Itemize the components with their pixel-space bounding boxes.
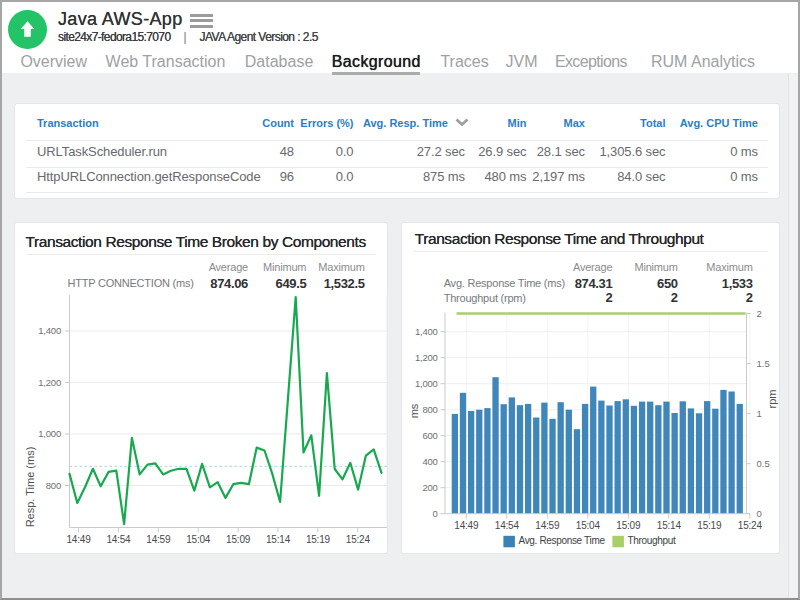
svg-text:2: 2 [757, 308, 762, 319]
svg-text:0: 0 [757, 508, 762, 519]
svg-text:1: 1 [757, 408, 762, 419]
svg-text:rpm: rpm [766, 390, 778, 409]
svg-text:15:09: 15:09 [616, 520, 641, 531]
svg-text:15:24: 15:24 [346, 534, 371, 545]
svg-text:0.5: 0.5 [757, 458, 770, 469]
svg-text:15:14: 15:14 [266, 534, 291, 545]
svg-text:15:04: 15:04 [186, 534, 211, 545]
svg-text:14:49: 14:49 [66, 534, 91, 545]
svg-text:ms: ms [408, 403, 420, 418]
svg-text:1,200: 1,200 [38, 377, 61, 388]
svg-text:15:19: 15:19 [697, 520, 722, 531]
svg-text:1,000: 1,000 [415, 378, 438, 389]
svg-text:15:19: 15:19 [306, 534, 331, 545]
svg-text:1,400: 1,400 [38, 325, 61, 336]
svg-text:Resp. Time (ms): Resp. Time (ms) [24, 447, 36, 528]
svg-text:14:59: 14:59 [535, 520, 560, 531]
svg-text:800: 800 [46, 480, 61, 491]
svg-text:1,000: 1,000 [38, 428, 61, 439]
svg-text:1.5: 1.5 [757, 358, 770, 369]
svg-text:1,400: 1,400 [415, 326, 438, 337]
svg-text:15:14: 15:14 [657, 520, 682, 531]
svg-text:400: 400 [422, 456, 437, 467]
svg-text:200: 200 [422, 482, 437, 493]
svg-text:14:54: 14:54 [495, 520, 520, 531]
svg-text:15:24: 15:24 [738, 520, 763, 531]
svg-text:600: 600 [422, 430, 437, 441]
svg-text:15:09: 15:09 [226, 534, 251, 545]
svg-text:0: 0 [432, 508, 437, 519]
svg-text:15:04: 15:04 [576, 520, 601, 531]
svg-text:14:59: 14:59 [146, 534, 171, 545]
svg-text:Avg. Response Time: Avg. Response Time [519, 535, 606, 546]
svg-text:14:54: 14:54 [106, 534, 131, 545]
svg-text:1,200: 1,200 [415, 352, 438, 363]
svg-text:14:49: 14:49 [454, 520, 479, 531]
svg-text:Throughput: Throughput [628, 535, 676, 546]
svg-text:800: 800 [422, 404, 437, 415]
